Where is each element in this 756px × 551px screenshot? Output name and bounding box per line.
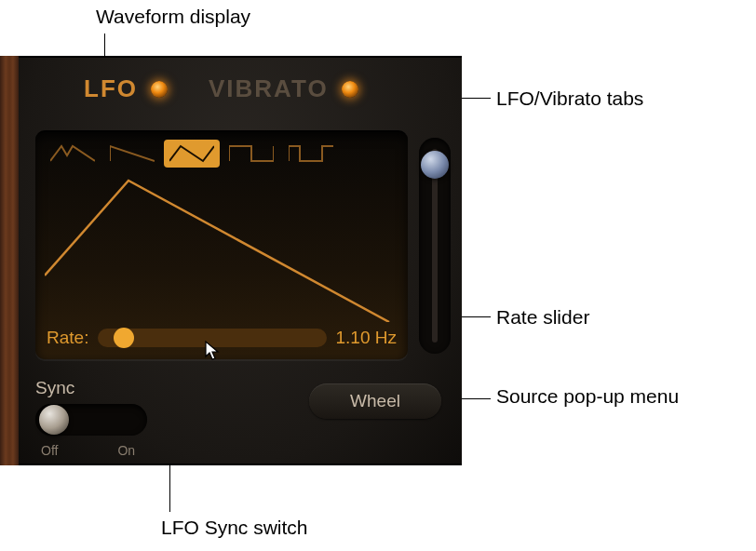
- depth-slider-thumb[interactable]: [421, 151, 449, 179]
- waveform-display: Rate: 1.10 Hz: [35, 130, 408, 359]
- rate-value: 1.10 Hz: [336, 328, 397, 348]
- panel-body: LFO VIBRATO: [19, 56, 462, 465]
- source-popup-menu[interactable]: Wheel: [309, 383, 441, 419]
- callout-tabs: LFO/Vibrato tabs: [496, 87, 643, 110]
- waveform-tab-triangle[interactable]: [164, 140, 220, 168]
- rate-slider[interactable]: [98, 329, 326, 347]
- plugin-panel: LFO VIBRATO: [0, 56, 462, 465]
- source-value: Wheel: [350, 391, 400, 411]
- pulse-icon: [289, 144, 333, 163]
- sync-off-label: Off: [41, 443, 58, 458]
- waveform-tab-pulse[interactable]: [283, 140, 339, 168]
- sync-sublabels: Off On: [35, 443, 147, 458]
- rate-row: Rate: 1.10 Hz: [47, 328, 397, 348]
- sync-on-label: On: [117, 443, 135, 458]
- waveform-path-icon: [45, 173, 398, 322]
- rate-label: Rate:: [47, 328, 88, 348]
- tab-vibrato[interactable]: VIBRATO: [209, 74, 358, 103]
- lfo-vibrato-tabs: LFO VIBRATO: [84, 74, 358, 103]
- waveform-tab-saw-down[interactable]: [104, 140, 160, 168]
- switch-knob[interactable]: [39, 405, 69, 435]
- tab-lfo-label: LFO: [84, 74, 138, 103]
- led-icon: [342, 81, 358, 98]
- rate-slider-thumb[interactable]: [114, 328, 134, 348]
- tab-vibrato-label: VIBRATO: [209, 74, 329, 103]
- sync-label: Sync: [35, 378, 147, 398]
- callout-waveform-display: Waveform display: [96, 6, 250, 28]
- callout-sync-switch: LFO Sync switch: [161, 517, 308, 539]
- waveform-tab-square[interactable]: [223, 140, 279, 168]
- callout-source-menu: Source pop-up menu: [496, 385, 679, 408]
- led-icon: [151, 81, 168, 98]
- waveform-tab-triangle-notch[interactable]: [45, 140, 101, 168]
- waveform-plot: [45, 173, 398, 322]
- saw-down-icon: [110, 144, 155, 163]
- triangle-icon: [169, 144, 214, 163]
- depth-slider[interactable]: [419, 138, 451, 354]
- square-icon: [229, 144, 274, 163]
- wood-frame-left: [0, 56, 19, 465]
- callout-rate-slider: Rate slider: [496, 306, 589, 329]
- triangle-notch-icon: [50, 144, 95, 163]
- sync-section: Sync Off On: [35, 378, 147, 458]
- lfo-sync-switch[interactable]: [35, 404, 147, 436]
- tab-lfo[interactable]: LFO: [84, 74, 168, 103]
- waveform-shape-selector: [45, 140, 339, 168]
